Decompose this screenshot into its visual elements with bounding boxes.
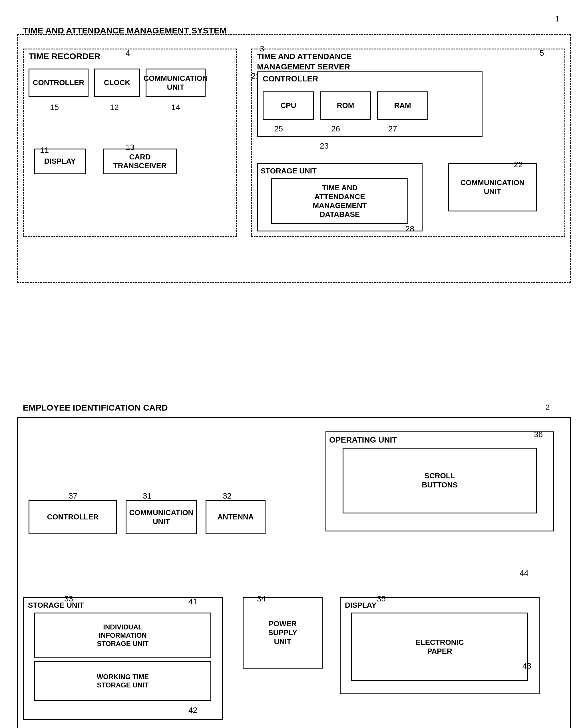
card-storage-label: STORAGE UNIT [28, 601, 84, 610]
operating-unit-label: OPERATING UNIT [329, 435, 397, 445]
working-time-box: WORKING TIMESTORAGE UNIT [34, 661, 211, 701]
tr-card-transceiver-box: CARDTRANSCEIVER [103, 149, 177, 174]
ref-22: 22 [514, 160, 523, 169]
ref-44: 44 [520, 569, 529, 578]
ref-11: 11 [40, 146, 49, 155]
electronic-paper-box: ELECTRONICPAPER [351, 613, 528, 681]
fig-ref-1: 1 [555, 14, 560, 23]
ref-34: 34 [257, 594, 266, 604]
card-display-label: DISPLAY [345, 601, 376, 610]
ref-33: 33 [64, 594, 73, 604]
ref-43: 43 [522, 661, 531, 670]
ref-36: 36 [534, 430, 543, 439]
ref-12: 12 [110, 103, 119, 112]
card-display-outer: DISPLAY ELECTRONICPAPER [340, 597, 540, 694]
server-comm-box: COMMUNICATIONUNIT [448, 163, 537, 211]
ref-15: 15 [50, 103, 59, 112]
server-rom-box: ROM [320, 91, 371, 120]
server-label: TIME AND ATTENDANCEMANAGEMENT SERVER [257, 51, 352, 72]
card-operating-unit-outer: OPERATING UNIT SCROLLBUTTONS [326, 431, 554, 531]
ref-25: 25 [274, 124, 283, 133]
tr-comm-box: COMMUNICATIONUNIT [146, 69, 206, 97]
ref-28: 28 [405, 224, 414, 233]
power-supply-box: POWERSUPPLYUNIT [243, 597, 323, 668]
ref-42: 42 [188, 706, 197, 715]
ref-41: 41 [188, 597, 197, 606]
server-controller-label: CONTROLLER [263, 74, 318, 84]
scroll-buttons-box: SCROLLBUTTONS [343, 448, 537, 514]
card-storage-outer: STORAGE UNIT INDIVIDUALINFORMATIONSTORAG… [23, 597, 223, 720]
ref-26: 26 [331, 124, 340, 133]
card-controller-box: CONTROLLER [28, 500, 117, 534]
ref-14: 14 [171, 103, 180, 112]
server-db-box: TIME ANDATTENDANCEMANAGEMENTDATABASE [271, 178, 408, 224]
ref-4: 4 [126, 49, 130, 58]
ref-23: 23 [320, 141, 329, 151]
ref-5: 5 [540, 49, 544, 58]
storage-unit-label: STORAGE UNIT [261, 166, 316, 176]
card-comm-box: COMMUNICATIONUNIT [126, 500, 197, 534]
ref-37: 37 [69, 492, 77, 501]
server-storage-box: STORAGE UNIT TIME ANDATTENDANCEMANAGEMEN… [257, 163, 423, 231]
indiv-info-box: INDIVIDUALINFORMATIONSTORAGE UNIT [34, 613, 211, 658]
card-antenna-box: ANTENNA [206, 500, 265, 534]
ref-31: 31 [143, 492, 151, 501]
server-cpu-box: CPU [263, 91, 314, 120]
ref-32: 32 [223, 492, 232, 501]
ref-27: 27 [388, 124, 397, 133]
ref-13: 13 [126, 143, 135, 152]
card-ref-2: 2 [545, 403, 550, 412]
tr-clock-box: CLOCK [94, 69, 140, 97]
time-recorder-label: TIME RECORDER [28, 51, 100, 61]
tr-controller-box: CONTROLLER [28, 69, 89, 97]
ref-35: 35 [377, 594, 386, 604]
server-ram-box: RAM [377, 91, 428, 120]
card-outer-label: EMPLOYEE IDENTIFICATION CARD [23, 403, 168, 413]
system-title: TIME AND ATTENDANCE MANAGEMENT SYSTEM [23, 26, 227, 36]
